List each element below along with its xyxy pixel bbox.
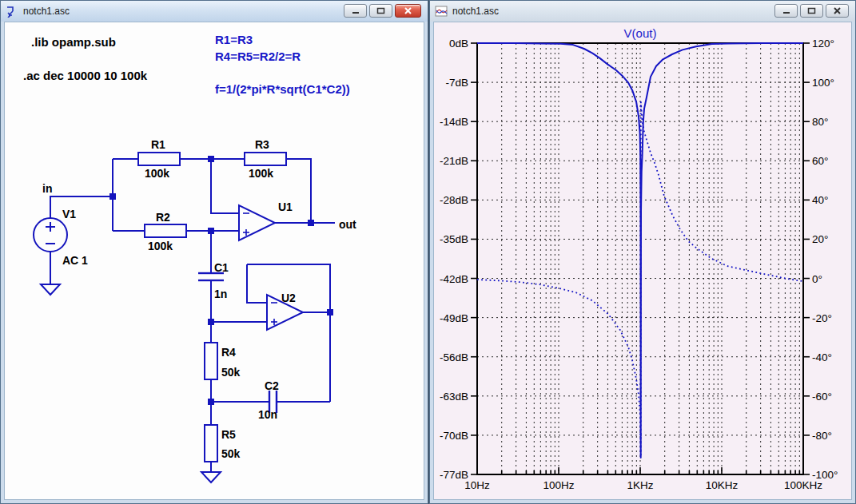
r2-ref-label[interactable]: R2 <box>156 211 170 224</box>
y-left-tick-label: -35dB <box>440 233 468 245</box>
y-left-tick-label: -42dB <box>440 273 468 285</box>
r5-ref-label[interactable]: R5 <box>221 428 236 441</box>
resistor-r1[interactable]: R1 100k <box>138 138 180 180</box>
x-tick-label: 10Hz <box>464 479 490 491</box>
y-left-tick-label: -14dB <box>440 116 468 128</box>
v1-value-label[interactable]: AC 1 <box>62 254 88 267</box>
opamp-u2[interactable]: U2 <box>267 292 303 330</box>
net-label-out[interactable]: out <box>339 218 356 231</box>
r3-ref-label[interactable]: R3 <box>255 138 269 151</box>
minimize-icon <box>782 7 790 14</box>
close-icon <box>834 7 841 14</box>
x-tick-label: 100Hz <box>543 479 574 491</box>
y-left-tick-label: -28dB <box>440 194 468 206</box>
y-left-tick-label: -63dB <box>440 391 468 403</box>
waveform-window[interactable]: notch1.asc V(out) 0dB-7dB-14dB-21dB-28dB… <box>429 0 856 504</box>
schematic-drawing: .lib opamp.sub .ac dec 10000 10 100k R1=… <box>5 22 424 500</box>
y-right-tick-label: 20° <box>812 233 828 245</box>
comment-r4r5[interactable]: R4=R5=R2/2=R <box>215 50 301 63</box>
x-tick-label: 10KHz <box>706 479 739 491</box>
v1-ref-label[interactable]: V1 <box>62 208 76 220</box>
y-right-tick-label: -80° <box>812 430 832 442</box>
y-right-tick-label: 40° <box>812 194 828 206</box>
schematic-canvas[interactable]: .lib opamp.sub .ac dec 10000 10 100k R1=… <box>4 22 424 500</box>
resistor-r2[interactable]: R2 100k <box>145 211 186 252</box>
x-tick-label: 1KHz <box>627 479 653 491</box>
ground-symbol[interactable] <box>201 472 221 482</box>
axis-labels: 0dB-7dB-14dB-21dB-28dB-35dB-42dB-49dB-56… <box>440 38 838 491</box>
waveform-file-icon <box>435 5 448 18</box>
r1-ref-label[interactable]: R1 <box>151 138 165 151</box>
y-left-tick-label: -7dB <box>445 77 468 89</box>
maximize-icon <box>376 7 385 14</box>
maximize-button[interactable] <box>369 4 392 18</box>
schematic-file-icon <box>6 5 18 18</box>
c1-value-label[interactable]: 1n <box>214 288 227 300</box>
close-button[interactable] <box>826 4 849 18</box>
close-button[interactable] <box>395 4 421 18</box>
minimize-button[interactable] <box>344 4 367 18</box>
y-right-tick-label: -20° <box>812 312 832 324</box>
r5-value-label[interactable]: 50k <box>221 447 241 460</box>
net-label-in[interactable]: in <box>42 182 52 195</box>
y-left-tick-label: -49dB <box>440 312 468 324</box>
schematic-window[interactable]: notch1.asc .lib opamp.sub .ac dec 10000 … <box>0 0 428 504</box>
comment-formula[interactable]: f=1/(2*pi*R*sqrt(C1*C2)) <box>215 82 350 96</box>
waveform-window-titlebar[interactable]: notch1.asc <box>430 1 855 22</box>
minimize-icon <box>352 7 360 14</box>
ground-symbol[interactable] <box>41 284 60 295</box>
y-right-tick-label: -40° <box>812 351 832 363</box>
y-left-tick-label: -21dB <box>440 155 468 167</box>
y-right-tick-label: 120° <box>812 38 834 50</box>
schematic-window-titlebar[interactable]: notch1.asc <box>1 1 428 22</box>
resistor-r4[interactable]: R4 50k <box>205 343 241 379</box>
u2-ref-label[interactable]: U2 <box>281 292 296 304</box>
y-left-tick-label: -56dB <box>440 351 468 363</box>
y-right-tick-label: 80° <box>812 116 828 128</box>
voltage-source-v1[interactable]: V1 AC 1 <box>34 208 88 267</box>
y-right-tick-label: 100° <box>812 77 834 89</box>
y-left-tick-label: 0dB <box>449 38 468 50</box>
y-left-tick-label: -70dB <box>440 430 468 442</box>
capacitor-c1[interactable]: C1 1n <box>198 261 229 300</box>
window-title: notch1.asc <box>452 6 499 17</box>
resistor-r5[interactable]: R5 50k <box>205 425 241 462</box>
r2-value-label[interactable]: 100k <box>148 240 173 252</box>
c2-ref-label[interactable]: C2 <box>265 379 279 392</box>
y-right-tick-label: 60° <box>812 155 828 167</box>
bode-plot[interactable]: 0dB-7dB-14dB-21dB-28dB-35dB-42dB-49dB-56… <box>434 22 852 500</box>
r4-ref-label[interactable]: R4 <box>221 346 236 359</box>
resistor-r3[interactable]: R3 100k <box>245 138 286 180</box>
maximize-button[interactable] <box>800 4 823 18</box>
x-tick-label: 100KHz <box>784 479 822 491</box>
r1-value-label[interactable]: 100k <box>145 167 169 180</box>
minimize-button[interactable] <box>774 4 798 18</box>
capacitor-c2[interactable]: C2 10n <box>258 379 279 421</box>
r3-value-label[interactable]: 100k <box>249 167 273 180</box>
r4-value-label[interactable]: 50k <box>221 366 241 379</box>
spice-directive-ac[interactable]: .ac dec 10000 10 100k <box>23 69 148 82</box>
y-right-tick-label: -60° <box>812 391 832 403</box>
close-icon <box>404 7 412 14</box>
plot-pane[interactable]: V(out) 0dB-7dB-14dB-21dB-28dB-35dB-42dB-… <box>433 22 852 500</box>
u1-ref-label[interactable]: U1 <box>278 200 293 213</box>
plot-title[interactable]: V(out) <box>477 26 803 40</box>
comment-r1r3[interactable]: R1=R3 <box>215 33 253 46</box>
maximize-icon <box>807 7 816 14</box>
c1-ref-label[interactable]: C1 <box>214 261 229 274</box>
c2-value-label[interactable]: 10n <box>258 408 277 421</box>
window-title: notch1.asc <box>23 6 70 17</box>
opamp-u1[interactable]: U1 <box>239 200 293 240</box>
spice-directive-lib[interactable]: .lib opamp.sub <box>31 35 116 49</box>
y-right-tick-label: 0° <box>812 273 822 285</box>
